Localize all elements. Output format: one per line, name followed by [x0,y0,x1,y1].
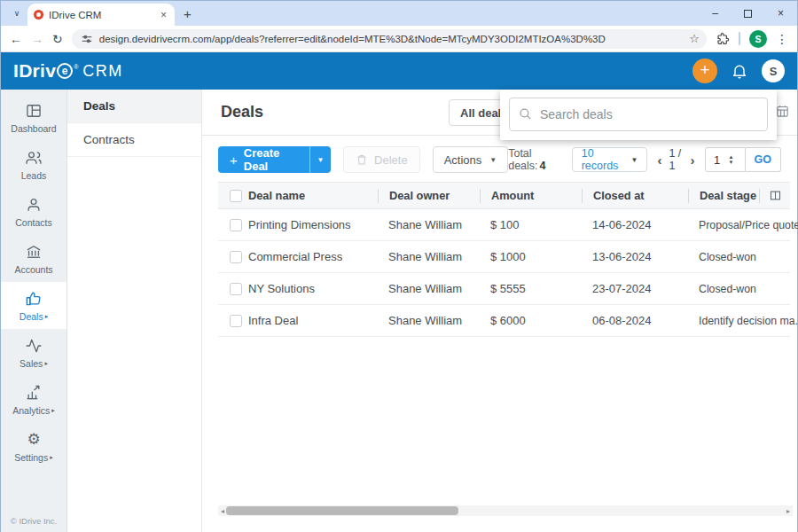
extensions-icon[interactable] [716,32,730,46]
header-deal-name[interactable]: Deal name [248,189,378,202]
browser-menu-icon[interactable]: ⋮ [776,32,788,46]
cell-deal-name[interactable]: Infra Deal [248,314,378,327]
copyright-text: © IDrive Inc. [1,516,66,526]
sidebar-item-accounts[interactable]: Accounts [1,235,66,282]
main-panel: Deals All deals ▼ [202,90,797,532]
notifications-bell-icon[interactable] [731,62,748,80]
select-all-checkbox[interactable] [230,190,242,202]
page-number-input[interactable] [706,153,729,167]
table-header-row: Deal name Deal owner Amount Closed at De… [218,182,790,209]
header-closed-at[interactable]: Closed at [582,189,688,203]
subnav-item-contracts[interactable]: Contracts [67,123,201,157]
subnav-item-deals[interactable]: Deals [67,90,201,123]
sidebar-item-settings[interactable]: ⚙ Settings▸ [1,423,66,470]
row-checkbox-cell [218,219,248,231]
toolbar-separator [739,32,740,45]
row-checkbox[interactable] [230,219,242,231]
cell-deal-name[interactable]: Printing Dimensions [248,218,378,231]
forward-button[interactable]: → [31,32,43,46]
calendar-icon [775,104,790,119]
header-amount[interactable]: Amount [480,189,582,203]
sidebar-item-contacts[interactable]: Contacts [1,188,66,235]
go-button[interactable]: GO [746,147,781,172]
sidebar-label: Settings [14,452,48,463]
row-checkbox-cell [218,283,248,295]
sidebar-item-analytics[interactable]: Analytics▸ [1,376,66,423]
cell-deal-owner: Shane William [378,250,480,263]
search-input[interactable] [509,98,768,131]
sidebar-item-deals[interactable]: Deals▸ [1,282,66,329]
expand-arrow-icon: ▸ [51,407,55,414]
table-row[interactable]: NY Solutions Shane William $ 5555 23-07-… [218,273,790,305]
delete-label: Delete [374,153,408,167]
deals-table: Deal name Deal owner Amount Closed at De… [218,182,790,337]
site-settings-icon [81,33,93,45]
cell-closed-at: 13-06-2024 [582,250,688,263]
quick-create-button[interactable]: + [692,59,717,83]
back-button[interactable]: ← [10,32,22,46]
app-header: IDriv e ® CRM + S [1,52,797,90]
page-indicator: 1 / 1 [669,147,683,172]
new-tab-button[interactable]: + [184,6,192,21]
browser-window: ∨ IDrive CRM × + – × ← → ↻ design.devidr… [0,0,798,532]
user-avatar[interactable]: S [762,59,785,82]
header-deal-owner[interactable]: Deal owner [378,189,480,203]
search-icon [518,106,533,121]
scroll-right-icon[interactable]: ▸ [784,507,793,515]
browser-navbar: ← → ↻ design.devidrivecrm.com/app/deals?… [1,26,797,52]
records-per-page-dropdown[interactable]: 10 records ▼ [572,147,648,172]
total-deals-value: 4 [540,160,546,172]
maximize-button[interactable] [732,2,764,25]
scrollbar-thumb[interactable] [226,506,458,515]
plus-icon: + [230,153,238,168]
table-row[interactable]: Infra Deal Shane William $ 6000 06-08-20… [218,305,790,337]
row-checkbox[interactable] [230,315,242,327]
row-checkbox[interactable] [230,283,242,295]
reload-button[interactable]: ↻ [52,32,63,46]
cell-deal-stage: Closed-won [688,251,790,263]
chevron-down-icon: ▼ [630,156,638,164]
cell-deal-name[interactable]: Commercial Press [248,250,378,263]
prev-page-button[interactable]: ‹ [657,153,661,168]
tab-close-icon[interactable]: × [159,9,168,21]
header-deal-stage[interactable]: Deal stage [688,189,759,203]
delete-button[interactable]: Delete [343,146,420,173]
module-sidebar: Deals Contracts [67,90,202,532]
cell-closed-at: 06-08-2024 [582,314,688,327]
sidebar-item-leads[interactable]: Leads [1,141,66,188]
sidebar-item-dashboard[interactable]: Dashboard [1,94,66,141]
calendar-view-button[interactable] [775,104,790,122]
horizontal-scrollbar[interactable]: ◂ ▸ [218,505,793,516]
cell-deal-stage: Proposal/Price quote [688,219,790,231]
browser-profile-avatar[interactable]: S [749,30,767,48]
create-deal-dropdown-button[interactable]: ▼ [309,146,331,173]
tab-search-chevron-icon[interactable]: ∨ [8,4,26,22]
contacts-icon [25,196,43,214]
table-row[interactable]: Printing Dimensions Shane William $ 100 … [218,209,790,241]
sidebar-label: Sales [20,358,43,369]
total-deals: Total deals:4 [508,147,562,172]
leads-icon [25,149,43,167]
minimize-button[interactable]: – [699,2,732,25]
row-checkbox-cell [218,315,248,327]
next-page-button[interactable]: › [691,153,695,168]
actions-button[interactable]: Actions ▼ [433,146,509,173]
browser-tab[interactable]: IDrive CRM × [27,4,175,26]
close-window-button[interactable]: × [764,2,797,25]
app-body: Dashboard Leads Contacts Accounts Deals▸… [1,90,797,532]
column-picker-button[interactable] [759,189,790,203]
table-row[interactable]: Commercial Press Shane William $ 1000 13… [218,241,790,273]
sidebar-item-sales[interactable]: Sales▸ [1,329,66,376]
bookmark-star-icon[interactable]: ☆ [689,32,700,45]
create-deal-button[interactable]: + Create Deal [218,146,309,173]
address-bar[interactable]: design.devidrivecrm.com/app/deals?referr… [72,29,707,49]
stepper-down-icon[interactable]: ▼ [729,160,734,165]
deals-thumbs-up-icon [25,290,43,308]
sidebar-label: Contacts [15,217,51,228]
row-checkbox[interactable] [230,251,242,263]
actions-label: Actions [444,153,482,167]
cell-deal-name[interactable]: NY Solutions [248,282,378,295]
settings-gear-icon: ⚙ [27,431,40,449]
cell-deal-owner: Shane William [378,314,480,327]
header-checkbox-cell [218,190,248,202]
